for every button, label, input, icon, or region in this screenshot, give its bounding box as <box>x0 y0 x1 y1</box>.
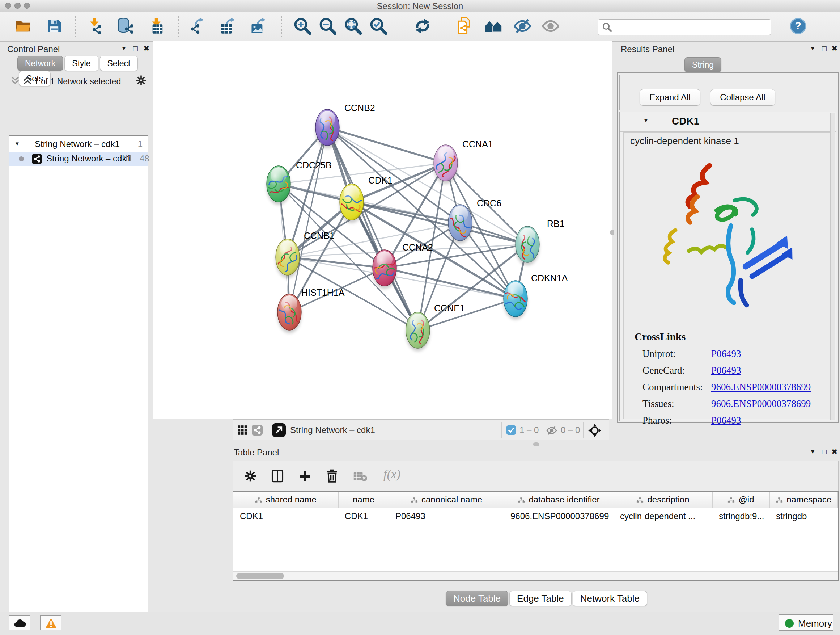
collapse-panel-icon[interactable]: ▼ <box>810 448 816 455</box>
column-header-database-identifier[interactable]: database identifier <box>504 492 614 508</box>
close-panel-icon[interactable]: ✖ <box>143 44 150 53</box>
delete-table-icon[interactable] <box>353 472 368 481</box>
cell-namespace[interactable]: stringdb <box>769 508 838 524</box>
cell-name[interactable]: CDK1 <box>338 508 389 524</box>
hide-selected-icon[interactable] <box>514 19 531 35</box>
zoom-selected-icon[interactable] <box>370 17 387 36</box>
tab-network-table[interactable]: Network Table <box>573 591 647 606</box>
export-image-icon[interactable] <box>250 18 267 36</box>
close-panel-icon[interactable]: ✖ <box>831 448 838 456</box>
network-node-CCNA1[interactable] <box>433 145 458 184</box>
table-horizontal-scrollbar[interactable] <box>233 571 838 580</box>
network-edge-B2-H1[interactable] <box>289 127 327 312</box>
column-header-id[interactable]: @id <box>712 492 769 508</box>
tab-edge-table[interactable]: Edge Table <box>509 591 572 606</box>
first-neighbors-icon[interactable] <box>485 19 502 35</box>
table-options-gear-icon[interactable] <box>245 470 256 482</box>
protein-header-row[interactable]: ▼ CDK1 <box>620 112 836 132</box>
crosslink-genecard-link[interactable]: P06493 <box>711 365 741 376</box>
cloud-status-button[interactable] <box>9 615 30 630</box>
grid-view-icon[interactable] <box>237 425 248 435</box>
show-columns-icon[interactable] <box>271 470 284 483</box>
float-panel-icon[interactable]: □ <box>822 448 827 456</box>
network-node-CCNA2[interactable] <box>371 250 397 289</box>
create-column-icon[interactable] <box>299 470 311 483</box>
network-node-CCNE1[interactable] <box>406 312 430 351</box>
zoom-out-icon[interactable] <box>319 17 336 36</box>
cell-id[interactable]: stringdb:9... <box>712 508 769 524</box>
close-panel-icon[interactable]: ✖ <box>831 44 838 53</box>
crosslink-compartments-link[interactable]: 9606.ENSP00000378699 <box>711 382 811 393</box>
hidden-items-eye-icon[interactable] <box>546 426 557 435</box>
cell-description[interactable]: cyclin-dependent ... <box>614 508 712 524</box>
network-tree-root-row[interactable]: ▼ String Network – cdk1 1 <box>9 138 148 151</box>
search-input[interactable] <box>615 21 769 33</box>
crosslink-tissues-link[interactable]: 9606.ENSP00000378699 <box>711 398 811 409</box>
cell-database-identifier[interactable]: 9606.ENSP00000378699 <box>504 508 614 524</box>
warnings-button[interactable] <box>40 615 62 630</box>
float-panel-icon[interactable]: □ <box>822 44 827 53</box>
float-panel-icon[interactable]: □ <box>133 44 138 53</box>
tree-expander-icon[interactable]: ▼ <box>14 141 20 147</box>
collapse-panel-icon[interactable]: ▼ <box>810 45 816 52</box>
network-node-CDKN1A[interactable] <box>501 280 528 320</box>
import-network-database-icon[interactable] <box>117 18 134 36</box>
tab-style[interactable]: Style <box>65 56 98 71</box>
export-network-icon[interactable] <box>189 18 205 36</box>
column-header-name[interactable]: name <box>338 492 389 508</box>
export-table-icon[interactable] <box>219 18 236 36</box>
search-icon <box>602 22 612 32</box>
network-node-CCNB1[interactable] <box>275 239 300 278</box>
network-edge-B2-E1[interactable] <box>327 127 418 330</box>
network-view-type-icon[interactable] <box>252 424 263 435</box>
memory-button[interactable]: Memory <box>778 614 834 631</box>
open-session-icon[interactable] <box>16 19 31 34</box>
table-row[interactable]: CDK1 CDK1 P06493 9606.ENSP00000378699 cy… <box>233 508 838 524</box>
network-node-CDK1[interactable] <box>339 184 366 223</box>
column-header-shared-name[interactable]: shared name <box>233 492 338 508</box>
tab-network[interactable]: Network <box>17 56 63 71</box>
results-scrollbar[interactable] <box>830 112 835 420</box>
collapse-panel-icon[interactable]: ▼ <box>121 45 127 52</box>
network-tree-row-selected[interactable]: String Network – cdk1 11 48 <box>9 152 148 166</box>
tab-select[interactable]: Select <box>100 56 138 71</box>
crosslink-pharos-link[interactable]: P06493 <box>711 415 741 426</box>
function-builder-icon[interactable]: f(x) <box>384 467 401 481</box>
birds-eye-view-icon[interactable] <box>588 424 601 437</box>
import-table-icon[interactable] <box>148 18 164 36</box>
network-edge-KN-E1[interactable] <box>418 299 515 330</box>
delete-column-icon[interactable] <box>326 469 338 483</box>
cell-shared-name[interactable]: CDK1 <box>233 508 338 524</box>
collapse-all-button[interactable]: Collapse All <box>710 89 775 106</box>
column-header-description[interactable]: description <box>614 492 712 508</box>
tab-string[interactable]: String <box>684 57 722 73</box>
cell-canonical-name[interactable]: P06493 <box>389 508 504 524</box>
network-node-CDC6[interactable] <box>448 204 473 244</box>
show-all-icon[interactable] <box>542 19 559 35</box>
protein-description: cyclin-dependent kinase 1 <box>630 135 739 147</box>
network-canvas[interactable]: CCNB2CCNA1CDC25BCDK1CDC6RB1CCNB1CCNA2CDK… <box>153 41 612 419</box>
duplicate-network-icon[interactable] <box>456 17 474 36</box>
tab-node-table[interactable]: Node Table <box>446 591 508 606</box>
expand-all-button[interactable]: Expand All <box>639 89 700 106</box>
section-expander-icon[interactable]: ▼ <box>643 117 649 124</box>
import-network-file-icon[interactable] <box>87 18 103 36</box>
network-edge-B2-A1[interactable] <box>327 127 446 163</box>
network-node-CCNB2[interactable] <box>316 109 339 149</box>
column-header-canonical-name[interactable]: canonical name <box>389 492 504 508</box>
column-header-namespace[interactable]: namespace <box>769 492 838 508</box>
save-session-icon[interactable] <box>47 19 61 35</box>
refresh-layout-icon[interactable] <box>414 18 431 36</box>
search-field[interactable] <box>598 19 771 35</box>
node-table[interactable]: shared name name canonical name database… <box>233 491 838 581</box>
scrollbar-thumb[interactable] <box>236 573 284 579</box>
help-icon[interactable]: ? <box>790 18 806 36</box>
network-node-RB1[interactable] <box>515 226 539 265</box>
crosslink-uniprot-link[interactable]: P06493 <box>711 348 741 359</box>
selected-nodes-checkbox-icon[interactable] <box>507 425 516 435</box>
zoom-fit-icon[interactable] <box>344 17 362 36</box>
open-network-view-icon[interactable] <box>272 423 286 437</box>
network-node-HIST1H1A[interactable] <box>277 294 302 333</box>
network-options-gear-icon[interactable] <box>136 75 146 86</box>
zoom-in-icon[interactable] <box>294 17 311 36</box>
